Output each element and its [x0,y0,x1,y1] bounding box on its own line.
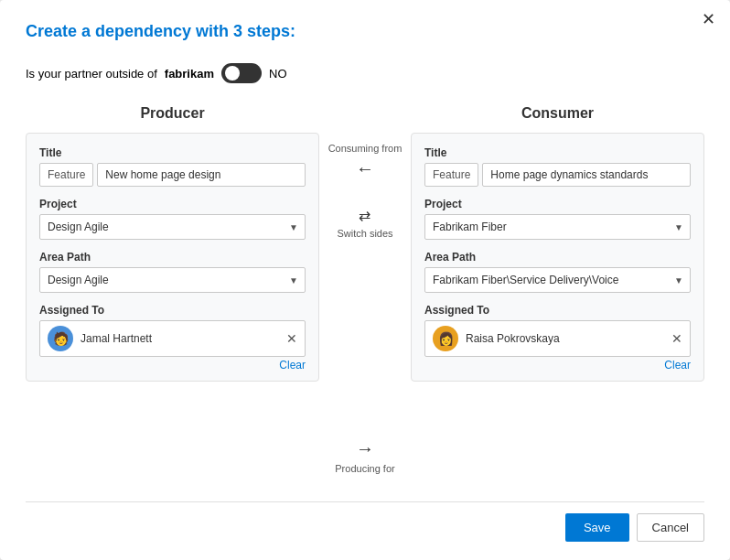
producer-type-badge: Feature [39,163,93,187]
producer-title-field: Title Feature [39,146,306,187]
producer-title-label: Title [39,146,306,159]
dialog-footer: Save Cancel [26,501,704,542]
consumer-clear-x-button[interactable]: ✕ [671,331,682,346]
producer-area-field: Area Path Design Agile ▼ [39,251,306,293]
consuming-label: Consuming from [328,142,403,155]
consumer-type-badge: Feature [424,163,478,187]
producer-avatar: 🧑 [48,326,73,351]
switch-label: Switch sides [337,228,392,239]
consumer-area-select[interactable]: Fabrikam Fiber\Service Delivery\Voice [424,267,691,293]
cancel-button[interactable]: Cancel [637,513,704,542]
producer-assigned-name: Jamal Hartnett [81,332,279,345]
consumer-assigned-label: Assigned To [424,304,691,317]
dialog-title: Create a dependency with 3 steps: [26,22,704,41]
producer-title-input[interactable] [97,163,306,187]
consumer-title-label: Title [424,146,691,159]
producer-form-card: Title Feature Project Design Agile ▼ [26,133,319,382]
partner-name-label: fabrikam [165,67,214,81]
consumer-assigned-box: 👩 Raisa Pokrovskaya ✕ [424,320,691,357]
producing-label: Producing for [335,463,394,474]
switch-icon: ⇄ [359,207,370,224]
producing-arrow-section: → Producing for [335,438,394,474]
left-arrow-icon: ← [356,158,374,179]
consumer-title-input[interactable] [482,163,691,187]
consumer-assigned-name: Raisa Pokrovskaya [466,332,664,345]
create-dependency-dialog: ✕ Create a dependency with 3 steps: Is y… [0,0,730,560]
consumer-clear-link[interactable]: Clear [424,359,691,372]
producer-assigned-label: Assigned To [39,304,306,317]
producer-area-select[interactable]: Design Agile [39,267,306,293]
producer-clear-link[interactable]: Clear [39,359,306,372]
partner-row: Is your partner outside of fabrikam NO [26,63,704,83]
right-arrow-icon: → [356,438,374,459]
producer-assigned-box: 🧑 Jamal Hartnett ✕ [39,320,306,357]
consumer-project-select[interactable]: Fabrikam Fiber [424,214,691,240]
toggle-knob [225,66,240,81]
producer-project-select[interactable]: Design Agile [39,214,306,240]
producer-assigned-field: Assigned To 🧑 Jamal Hartnett ✕ Clear [39,304,306,372]
consumer-project-label: Project [424,198,691,210]
consumer-assigned-field: Assigned To 👩 Raisa Pokrovskaya ✕ Clear [424,304,691,372]
consumer-form-card: Title Feature Project Fabrikam Fiber ▼ [411,133,704,382]
partner-question-label: Is your partner outside of [26,67,157,81]
save-button[interactable]: Save [565,513,629,542]
producer-project-field: Project Design Agile ▼ [39,198,306,240]
toggle-state-label: NO [269,67,287,81]
consumer-area-label: Area Path [424,251,691,264]
producer-area-label: Area Path [39,251,306,264]
producer-project-label: Project [39,198,306,210]
close-button[interactable]: ✕ [702,11,715,27]
producer-clear-x-button[interactable]: ✕ [286,331,297,346]
consumer-area-field: Area Path Fabrikam Fiber\Service Deliver… [424,251,691,293]
producer-title: Producer [26,105,319,122]
producer-side: Producer Title Feature Project Design Ag… [26,105,319,483]
consumer-title: Consumer [411,105,704,122]
partner-toggle[interactable] [221,63,262,83]
consumer-project-field: Project Fabrikam Fiber ▼ [424,198,691,240]
main-content: Producer Title Feature Project Design Ag… [26,105,704,483]
consumer-avatar: 👩 [433,326,458,351]
switch-section[interactable]: ⇄ Switch sides [337,207,392,239]
consuming-arrow-section: Consuming from ← [328,142,403,179]
consumer-title-field: Title Feature [424,146,691,187]
consumer-side: Consumer Title Feature Project Fabrikam … [411,105,704,483]
middle-section: Consuming from ← ⇄ Switch sides → Produc… [319,105,411,483]
